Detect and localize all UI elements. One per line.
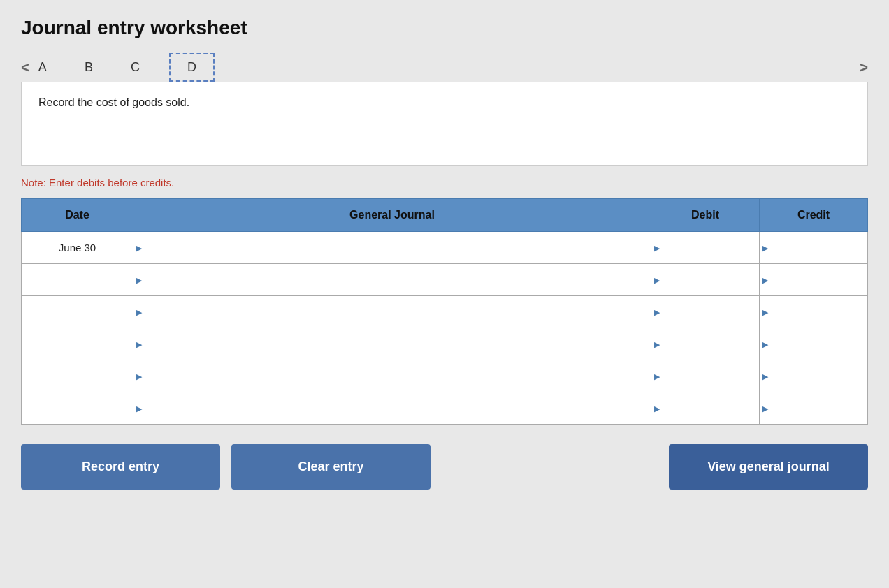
- date-cell-3: [22, 328, 133, 360]
- date-cell-4: [22, 360, 133, 392]
- journal-cell-2[interactable]: [133, 296, 651, 328]
- date-cell-1: [22, 264, 133, 296]
- credit-input-5[interactable]: [760, 392, 867, 424]
- credit-input-0[interactable]: [760, 232, 867, 263]
- page-title: Journal entry worksheet: [21, 17, 868, 39]
- journal-cell-0[interactable]: [133, 232, 651, 264]
- debit-input-4[interactable]: [651, 360, 759, 392]
- tab-navigation: < A B C D >: [21, 53, 868, 82]
- journal-input-1[interactable]: [133, 264, 651, 295]
- debit-cell-0[interactable]: [651, 232, 760, 264]
- table-row: [22, 328, 868, 360]
- journal-cell-4[interactable]: [133, 360, 651, 392]
- tab-a[interactable]: A: [30, 54, 55, 80]
- date-cell-5: [22, 392, 133, 425]
- credit-input-3[interactable]: [760, 328, 867, 360]
- record-entry-button[interactable]: Record entry: [21, 444, 220, 490]
- view-general-journal-button[interactable]: View general journal: [669, 444, 868, 490]
- table-row: [22, 392, 868, 425]
- prev-arrow[interactable]: <: [21, 59, 30, 77]
- debit-cell-5[interactable]: [651, 392, 760, 425]
- journal-cell-5[interactable]: [133, 392, 651, 425]
- journal-cell-3[interactable]: [133, 328, 651, 360]
- tab-b[interactable]: B: [76, 54, 101, 80]
- journal-input-3[interactable]: [133, 328, 651, 360]
- credit-cell-0[interactable]: [760, 232, 868, 264]
- table-row: June 30: [22, 232, 868, 264]
- table-row: [22, 296, 868, 328]
- date-cell-2: [22, 296, 133, 328]
- instruction-box: Record the cost of goods sold.: [21, 82, 868, 166]
- header-journal: General Journal: [133, 199, 651, 232]
- journal-input-0[interactable]: [133, 232, 651, 263]
- buttons-row: Record entry Clear entry View general jo…: [21, 444, 868, 490]
- debit-cell-4[interactable]: [651, 360, 760, 392]
- credit-cell-3[interactable]: [760, 328, 868, 360]
- tab-c[interactable]: C: [122, 54, 148, 80]
- date-cell-0: June 30: [22, 232, 133, 264]
- credit-input-4[interactable]: [760, 360, 867, 392]
- journal-input-4[interactable]: [133, 360, 651, 392]
- debit-input-3[interactable]: [651, 328, 759, 360]
- credit-cell-2[interactable]: [760, 296, 868, 328]
- debit-cell-3[interactable]: [651, 328, 760, 360]
- credit-input-2[interactable]: [760, 296, 867, 328]
- journal-table: Date General Journal Debit Credit June 3…: [21, 198, 868, 425]
- debit-cell-1[interactable]: [651, 264, 760, 296]
- header-debit: Debit: [651, 199, 760, 232]
- header-credit: Credit: [760, 199, 868, 232]
- header-date: Date: [22, 199, 133, 232]
- debit-input-5[interactable]: [651, 392, 759, 424]
- credit-input-1[interactable]: [760, 264, 867, 295]
- journal-cell-1[interactable]: [133, 264, 651, 296]
- debit-input-1[interactable]: [651, 264, 759, 295]
- journal-input-5[interactable]: [133, 392, 651, 424]
- debit-input-2[interactable]: [651, 296, 759, 328]
- next-arrow[interactable]: >: [859, 59, 868, 77]
- tab-d[interactable]: D: [169, 53, 215, 82]
- clear-entry-button[interactable]: Clear entry: [231, 444, 431, 490]
- credit-cell-1[interactable]: [760, 264, 868, 296]
- credit-cell-5[interactable]: [760, 392, 868, 425]
- instruction-text: Record the cost of goods sold.: [38, 96, 189, 108]
- journal-input-2[interactable]: [133, 296, 651, 328]
- debit-cell-2[interactable]: [651, 296, 760, 328]
- tab-list: A B C D: [30, 53, 215, 82]
- note-text: Note: Enter debits before credits.: [21, 177, 868, 189]
- table-row: [22, 264, 868, 296]
- debit-input-0[interactable]: [651, 232, 759, 263]
- table-row: [22, 360, 868, 392]
- credit-cell-4[interactable]: [760, 360, 868, 392]
